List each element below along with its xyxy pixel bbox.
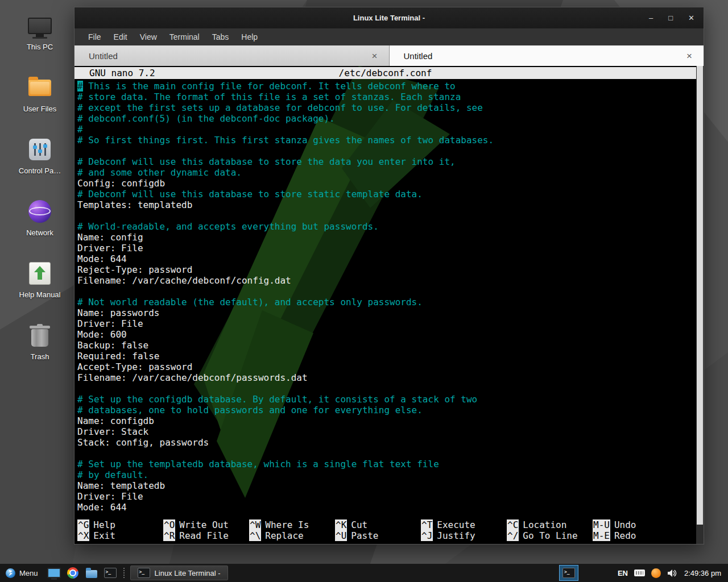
- editor-line: Mode: 644: [77, 253, 693, 264]
- nano-editor-text[interactable]: # This is the main config file for debco…: [77, 81, 693, 513]
- nano-shortcut: ^GHelp: [77, 519, 163, 530]
- taskbar-window-button[interactable]: Linux Lite Terminal -: [130, 566, 228, 580]
- nano-shortcut-bar: ^GHelp^XExit^OWrite Out^RRead File^WWher…: [77, 519, 693, 541]
- nano-shortcut: ^TExecute: [421, 519, 507, 530]
- editor-line: [77, 146, 693, 156]
- editor-line: # Debconf will use this database to stor…: [77, 156, 693, 167]
- terminal-icon: [562, 568, 575, 578]
- terminal-content[interactable]: GNU nano 7.2 /etc/debconf.conf # This is…: [75, 66, 704, 544]
- menu-button[interactable]: Menu: [3, 566, 43, 580]
- monitor-icon-launcher[interactable]: [47, 566, 61, 580]
- keyboard-icon[interactable]: [634, 569, 645, 576]
- shortcut-key: M-E: [593, 530, 610, 541]
- taskbar: Menu Linux Lite Terminal - EN 2:49:36 pm: [0, 564, 728, 582]
- menu-edit[interactable]: Edit: [107, 31, 134, 43]
- editor-line: Driver: File: [77, 243, 693, 253]
- shortcut-key: ^\: [249, 530, 261, 541]
- tab-label: Untitled: [89, 51, 370, 61]
- scrollbar-thumb[interactable]: [697, 66, 703, 525]
- menu-help[interactable]: Help: [235, 31, 264, 43]
- menu-terminal[interactable]: Terminal: [163, 31, 206, 43]
- editor-line: # debconf.conf(5) (in the debconf-doc pa…: [77, 113, 693, 124]
- editor-line: [77, 448, 693, 459]
- updates-icon[interactable]: [651, 568, 661, 578]
- editor-line: [77, 383, 693, 394]
- menu-view[interactable]: View: [134, 31, 163, 43]
- terminal-tab-2[interactable]: Untitled×: [390, 45, 704, 66]
- monitor-icon: [47, 568, 61, 578]
- desktop-icon-help-manual[interactable]: Help Manual: [10, 260, 69, 299]
- desktop-icon-label: User Files: [23, 105, 57, 113]
- trash-icon: [31, 329, 48, 347]
- shortcut-key: ^U: [335, 530, 347, 541]
- desktop-icon-user-files[interactable]: User Files: [10, 74, 69, 113]
- text-cursor: #: [77, 81, 83, 92]
- tab-bar: Untitled×Untitled×: [75, 45, 704, 66]
- clock[interactable]: 2:49:36 pm: [684, 569, 721, 577]
- shortcut-key: ^C: [507, 519, 519, 530]
- editor-line: # World-readable, and accepts everything…: [77, 221, 693, 232]
- shortcut-label: Help: [93, 519, 115, 530]
- window-titlebar[interactable]: Linux Lite Terminal - – □ ✕: [75, 7, 704, 28]
- editor-line: #: [77, 124, 693, 135]
- tray-terminal-indicator[interactable]: [559, 565, 578, 581]
- editor-line: [77, 210, 693, 221]
- shortcut-label: Write Out: [179, 519, 229, 530]
- terminal-icon: [104, 568, 117, 578]
- nano-titlebar: GNU nano 7.2 /etc/debconf.conf: [75, 67, 696, 79]
- keyboard-layout-indicator[interactable]: EN: [618, 569, 628, 577]
- folder-icon: [28, 80, 51, 96]
- editor-line: Name: configdb: [77, 415, 693, 426]
- desktop-icon-network[interactable]: Network: [10, 198, 69, 237]
- shortcut-key: ^O: [163, 519, 175, 530]
- menu-button-label: Menu: [19, 569, 38, 577]
- editor-line: Name: templatedb: [77, 480, 693, 491]
- maximize-button[interactable]: □: [668, 14, 673, 22]
- minimize-button[interactable]: –: [649, 14, 653, 22]
- shortcut-key: ^R: [163, 530, 175, 541]
- desktop-icon-control-pa-[interactable]: Control Pa…: [10, 136, 69, 175]
- taskbar-window-label: Linux Lite Terminal -: [155, 569, 221, 577]
- desktop-icon-trash[interactable]: Trash: [10, 322, 69, 361]
- editor-line: # This is the main config file for debco…: [77, 81, 693, 92]
- desktop-icon-column: This PCUser FilesControl Pa…NetworkHelp …: [10, 13, 69, 361]
- file-manager-icon-launcher[interactable]: [84, 566, 99, 580]
- network-icon: [28, 200, 51, 223]
- editor-line: Reject-Type: password: [77, 264, 693, 275]
- nano-file-path: /etc/debconf.conf: [75, 67, 696, 79]
- editor-line: # Set up the configdb database. By defau…: [77, 394, 693, 405]
- nano-shortcut: ^XExit: [77, 530, 163, 541]
- nano-shortcut: ^CLocation: [507, 519, 593, 530]
- shortcut-key: ^J: [421, 530, 433, 541]
- terminal-tab-1[interactable]: Untitled×: [75, 45, 390, 66]
- window-controls: – □ ✕: [649, 7, 694, 28]
- desktop-icon-this-pc[interactable]: This PC: [10, 13, 69, 51]
- tab-close-icon[interactable]: ×: [684, 50, 694, 62]
- editor-line: # and some other dynamic data.: [77, 167, 693, 178]
- desktop-icon-label: Control Pa…: [19, 167, 61, 175]
- menu-bar: FileEditViewTerminalTabsHelp: [75, 28, 704, 45]
- shortcut-label: Replace: [265, 530, 303, 541]
- editor-line: Accept-Type: password: [77, 361, 693, 372]
- quick-launchers: [47, 566, 118, 580]
- editor-line: # Debconf will use this database to stor…: [77, 189, 693, 199]
- shortcut-label: Justify: [437, 530, 475, 541]
- tab-close-icon[interactable]: ×: [370, 50, 380, 62]
- close-button[interactable]: ✕: [688, 14, 694, 22]
- shortcut-label: Exit: [93, 530, 115, 541]
- chrome-icon-launcher[interactable]: [65, 566, 80, 580]
- shortcut-label: Read File: [179, 530, 229, 541]
- menu-file[interactable]: File: [82, 31, 107, 43]
- editor-line: # So first things first. This first stan…: [77, 135, 693, 146]
- shortcut-key: ^K: [335, 519, 347, 530]
- shortcut-label: Where Is: [265, 519, 309, 530]
- editor-line: Backup: false: [77, 340, 693, 351]
- terminal-icon-launcher[interactable]: [103, 566, 118, 580]
- speaker-icon[interactable]: [667, 569, 677, 577]
- editor-line: # Set up the templatedb database, which …: [77, 459, 693, 469]
- menu-tabs[interactable]: Tabs: [206, 31, 235, 43]
- terminal-scrollbar[interactable]: [696, 66, 704, 544]
- shortcut-label: Cut: [351, 519, 367, 530]
- desktop-icon-label: Network: [26, 228, 53, 237]
- terminal-window: Linux Lite Terminal - – □ ✕ FileEditView…: [74, 7, 704, 544]
